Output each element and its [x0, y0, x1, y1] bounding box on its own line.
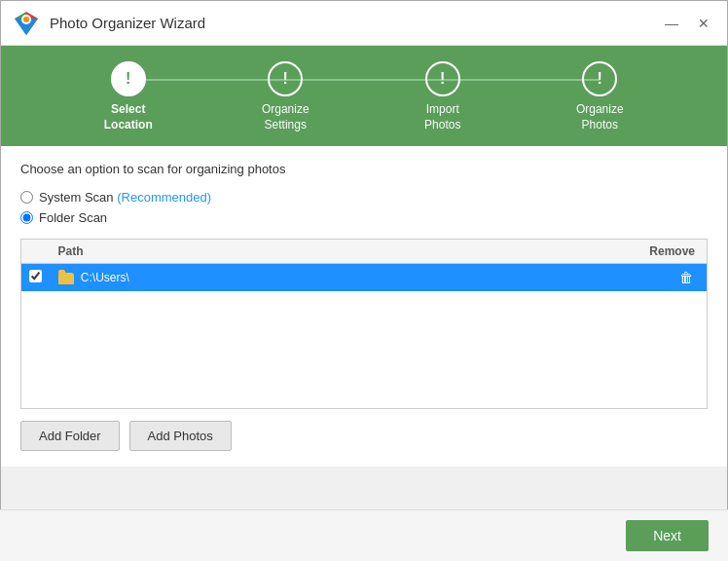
app-title: Photo Organizer Wizard	[50, 15, 205, 31]
add-folder-button[interactable]: Add Folder	[20, 421, 120, 451]
minimize-button[interactable]: —	[659, 15, 684, 32]
row-path-cell: C:\Users\	[51, 264, 425, 292]
folder-table: Path Remove C:\Users\ 🗑	[20, 239, 708, 409]
col-checkbox	[21, 240, 51, 264]
folder-scan-option[interactable]: Folder Scan	[20, 210, 708, 225]
table-body: C:\Users\ 🗑	[21, 264, 708, 409]
scan-options: System Scan (Recommended) Folder Scan	[20, 190, 708, 225]
folder-icon	[58, 273, 74, 284]
system-scan-radio[interactable]	[20, 191, 33, 204]
exclamation-icon-2: !	[283, 70, 288, 88]
table-row: C:\Users\ 🗑	[21, 264, 708, 292]
step-organize-photos: ! OrganizePhotos	[522, 61, 679, 132]
wizard-header: ! SelectLocation ! OrganizeSettings ! Im…	[1, 46, 727, 146]
step-select-location: ! SelectLocation	[50, 61, 207, 132]
main-content: Choose an option to scan for organizing …	[1, 146, 727, 467]
next-button[interactable]: Next	[626, 520, 709, 551]
col-path: Path	[51, 240, 425, 264]
step-circle-2: !	[268, 61, 303, 96]
title-bar-left: Photo Organizer Wizard	[13, 10, 205, 37]
step-label-3: ImportPhotos	[424, 102, 460, 132]
exclamation-icon-4: !	[598, 70, 602, 88]
step-import-photos: ! ImportPhotos	[364, 61, 522, 132]
table-header: Path Remove	[21, 240, 708, 264]
delete-row-button[interactable]: 🗑	[675, 269, 697, 286]
empty-row	[21, 291, 708, 408]
title-bar: Photo Organizer Wizard — ✕	[1, 1, 727, 46]
step-organize-settings: ! OrganizeSettings	[207, 61, 365, 132]
row-checkbox[interactable]	[29, 270, 42, 282]
exclamation-icon-1: !	[126, 70, 130, 88]
row-remove-cell: 🗑	[425, 264, 708, 292]
step-label-4: OrganizePhotos	[576, 102, 624, 132]
add-buttons-bar: Add Folder Add Photos	[20, 421, 708, 451]
close-button[interactable]: ✕	[692, 15, 715, 32]
folder-scan-label: Folder Scan	[39, 210, 107, 225]
system-scan-label: System Scan (Recommended)	[39, 190, 211, 205]
add-photos-button[interactable]: Add Photos	[129, 421, 232, 451]
instruction-text: Choose an option to scan for organizing …	[20, 162, 708, 176]
step-circle-1: !	[111, 61, 146, 96]
step-label-2: OrganizeSettings	[262, 102, 309, 132]
steps-row: ! SelectLocation ! OrganizeSettings ! Im…	[20, 61, 708, 132]
step-circle-4: !	[582, 61, 617, 96]
row-path: C:\Users\	[81, 271, 129, 284]
col-remove: Remove	[425, 240, 708, 264]
exclamation-icon-3: !	[440, 70, 445, 88]
svg-point-2	[23, 17, 29, 22]
title-bar-controls: — ✕	[659, 15, 715, 32]
folder-scan-radio[interactable]	[20, 211, 33, 224]
step-label-1: SelectLocation	[104, 102, 153, 132]
app-logo	[13, 10, 40, 37]
system-scan-option[interactable]: System Scan (Recommended)	[20, 190, 708, 205]
row-checkbox-cell	[21, 264, 51, 292]
footer-bar: Next	[0, 509, 728, 561]
step-circle-3: !	[425, 61, 460, 96]
recommended-label: (Recommended)	[117, 190, 211, 205]
